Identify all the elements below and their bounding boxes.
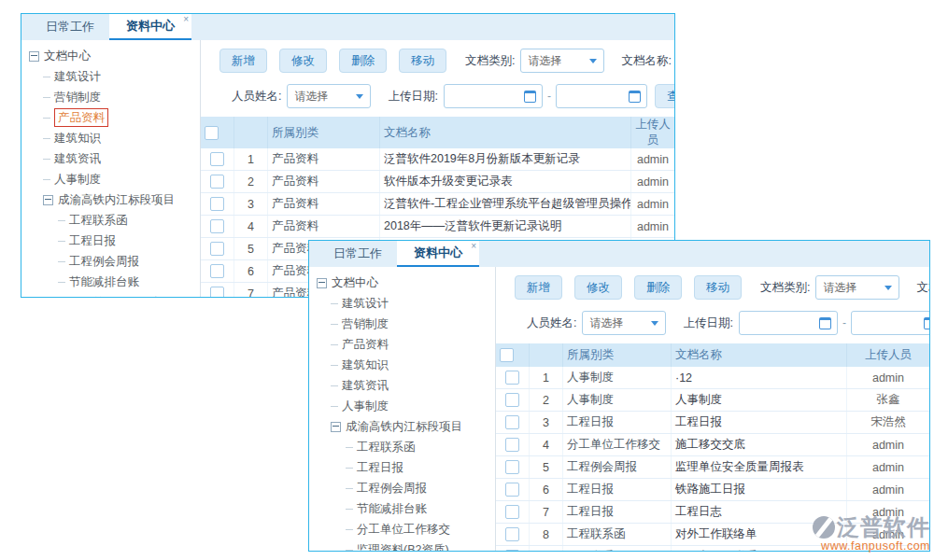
tree-item[interactable]: 工程例会周报 bbox=[21, 251, 200, 272]
move-button[interactable]: 移动 bbox=[694, 275, 742, 300]
calendar-icon[interactable] bbox=[819, 317, 831, 329]
person-name-select[interactable]: 请选择 bbox=[287, 84, 371, 108]
tree-item[interactable]: 工程例会周报 bbox=[309, 478, 495, 498]
tree-item[interactable]: 营销制度 bbox=[309, 314, 495, 334]
tree-item-label: 营销制度 bbox=[54, 87, 101, 107]
query-button[interactable]: 查询 bbox=[655, 84, 674, 108]
calendar-icon[interactable] bbox=[524, 91, 536, 103]
tree-item[interactable]: 节能减排台账 bbox=[21, 272, 200, 292]
tree-item-label: 建筑知识 bbox=[54, 128, 101, 148]
tab-daily-work[interactable]: 日常工作 bbox=[31, 14, 109, 40]
tree-connector-icon bbox=[331, 365, 338, 366]
tree-item[interactable]: 监理资料(B2资质) bbox=[309, 539, 495, 551]
row-checkbox[interactable] bbox=[210, 152, 224, 166]
tree-item[interactable]: 建筑知识 bbox=[21, 128, 200, 148]
table-row[interactable]: 1 产品资料 泛普软件2019年8月份新版本更新记录 admin bbox=[201, 148, 674, 171]
upload-date-from-input[interactable] bbox=[739, 311, 838, 335]
tree-item[interactable]: 人事制度 bbox=[309, 396, 495, 416]
row-checkbox[interactable] bbox=[505, 550, 519, 551]
upload-date-to-input[interactable] bbox=[851, 311, 929, 335]
add-button[interactable]: 新增 bbox=[219, 49, 267, 73]
tree-item[interactable]: 分工单位工作移交 bbox=[21, 292, 200, 297]
tree-item[interactable]: 成渝高铁内江标段项目 bbox=[21, 189, 200, 210]
calendar-icon[interactable] bbox=[629, 91, 641, 103]
row-category: 工程日报 bbox=[563, 479, 672, 501]
upload-date-label: 上传日期: bbox=[683, 315, 732, 331]
table-row[interactable]: 6 工程日报 铁路施工日报 admin bbox=[496, 479, 929, 501]
tree-item[interactable]: 工程日报 bbox=[309, 457, 495, 478]
collapse-icon[interactable] bbox=[317, 278, 327, 288]
tab-daily-work[interactable]: 日常工作 bbox=[318, 241, 397, 267]
tab-data-center[interactable]: 资料中心 × bbox=[397, 241, 479, 267]
row-category: 人事制度 bbox=[563, 389, 672, 412]
upload-date-from-input[interactable] bbox=[444, 84, 543, 108]
row-uploader: admin bbox=[847, 367, 930, 389]
collapse-icon[interactable] bbox=[43, 195, 53, 205]
tree-item[interactable]: 工程日报 bbox=[21, 231, 200, 251]
edit-button[interactable]: 修改 bbox=[574, 275, 622, 300]
row-checkbox[interactable] bbox=[505, 460, 519, 474]
tree-item[interactable]: 成渝高铁内江标段项目 bbox=[309, 416, 495, 437]
tree-item[interactable]: 建筑资讯 bbox=[21, 148, 200, 169]
doc-type-value: 请选择 bbox=[823, 280, 856, 296]
close-icon[interactable]: × bbox=[471, 242, 476, 251]
tree-item[interactable]: 建筑知识 bbox=[309, 355, 495, 375]
tree-item[interactable]: 营销制度 bbox=[21, 87, 200, 107]
table-row[interactable]: 2 人事制度 人事制度 张鑫 bbox=[496, 389, 929, 412]
row-checkbox[interactable] bbox=[210, 197, 224, 211]
row-checkbox[interactable] bbox=[505, 438, 519, 452]
tree-item[interactable]: 人事制度 bbox=[21, 169, 200, 189]
table-row[interactable]: 4 分工单位工作移交 施工移交交底 admin bbox=[496, 434, 929, 456]
collapse-icon[interactable] bbox=[29, 51, 39, 62]
row-category: 产品资料 bbox=[268, 216, 380, 238]
tree-item[interactable]: 建筑设计 bbox=[21, 66, 200, 87]
tree-item[interactable]: 工程联系函 bbox=[309, 437, 495, 457]
tree-connector-icon bbox=[58, 220, 65, 221]
tab-label: 资料中心 bbox=[126, 18, 175, 35]
tree-item[interactable]: 建筑资讯 bbox=[309, 375, 495, 396]
table-row[interactable]: 4 产品资料 2018年——泛普软件更新记录说明 admin bbox=[201, 216, 674, 238]
row-uploader: admin bbox=[847, 456, 930, 479]
delete-button[interactable]: 删除 bbox=[634, 275, 682, 300]
tree-item[interactable]: 产品资料 bbox=[21, 107, 200, 128]
select-all-checkbox[interactable] bbox=[500, 348, 514, 362]
row-checkbox[interactable] bbox=[505, 483, 519, 497]
row-checkbox[interactable] bbox=[210, 242, 224, 256]
row-checkbox[interactable] bbox=[210, 219, 224, 233]
collapse-icon[interactable] bbox=[331, 422, 341, 432]
tree-item[interactable]: 文档中心 bbox=[309, 273, 495, 293]
row-checkbox[interactable] bbox=[505, 371, 519, 385]
add-button[interactable]: 新增 bbox=[515, 275, 562, 300]
table-row[interactable]: 3 工程日报 工程日报 宋浩然 bbox=[496, 412, 929, 434]
row-checkbox[interactable] bbox=[210, 264, 224, 278]
tab-data-center[interactable]: 资料中心 × bbox=[109, 14, 191, 40]
move-button[interactable]: 移动 bbox=[399, 49, 446, 73]
delete-button[interactable]: 删除 bbox=[339, 49, 387, 73]
tab-bar: 日常工作 资料中心 × bbox=[309, 241, 929, 267]
tree-item[interactable]: 建筑设计 bbox=[309, 293, 495, 314]
row-checkbox[interactable] bbox=[210, 287, 224, 297]
table-row[interactable]: 3 产品资料 泛普软件-工程企业管理系统平台超级管理员操作手册 admin bbox=[201, 193, 674, 216]
row-checkbox[interactable] bbox=[505, 393, 519, 407]
doc-type-select[interactable]: 请选择 bbox=[520, 49, 604, 73]
row-checkbox[interactable] bbox=[505, 527, 519, 541]
tree-item[interactable]: 产品资料 bbox=[309, 334, 495, 355]
tree-item[interactable]: 文档中心 bbox=[21, 46, 200, 66]
doc-type-select[interactable]: 请选择 bbox=[815, 275, 899, 300]
tree-item[interactable]: 分工单位工作移交 bbox=[309, 519, 495, 539]
row-checkbox[interactable] bbox=[505, 415, 519, 429]
row-checkbox[interactable] bbox=[505, 505, 519, 519]
tree-item[interactable]: 工程联系函 bbox=[21, 210, 200, 231]
upload-date-to-input[interactable] bbox=[556, 84, 647, 108]
select-all-checkbox[interactable] bbox=[205, 126, 219, 140]
table-row[interactable]: 2 产品资料 软件版本升级变更记录表 admin bbox=[201, 171, 674, 193]
tree-item[interactable]: 节能减排台账 bbox=[309, 498, 495, 519]
calendar-icon[interactable] bbox=[924, 317, 929, 329]
close-icon[interactable]: × bbox=[183, 15, 189, 24]
row-checkbox[interactable] bbox=[210, 175, 224, 189]
person-name-select[interactable]: 请选择 bbox=[582, 311, 666, 335]
edit-button[interactable]: 修改 bbox=[279, 49, 327, 73]
chevron-down-icon bbox=[589, 59, 597, 63]
table-row[interactable]: 1 人事制度 ·12 admin bbox=[496, 367, 929, 389]
table-row[interactable]: 5 工程例会周报 监理单位安全质量周报表 admin bbox=[496, 456, 929, 479]
